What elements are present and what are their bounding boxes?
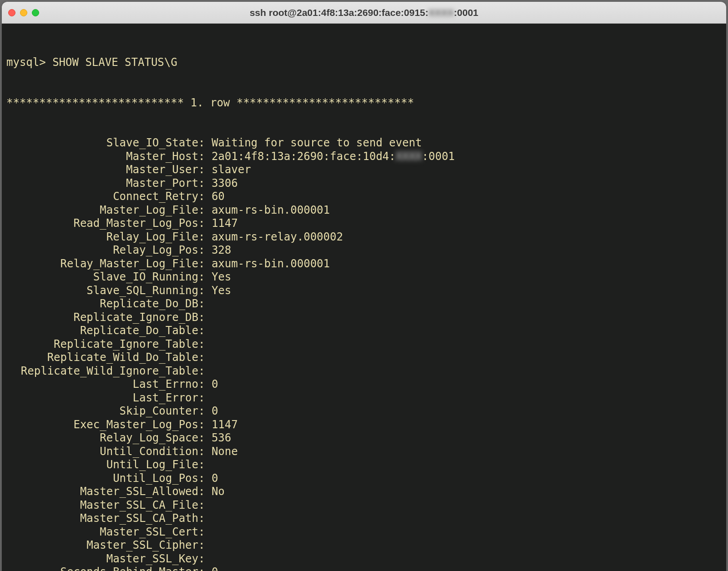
field-key: Last_Error xyxy=(6,391,198,405)
field-value: axum-rs-bin.000001 xyxy=(212,257,330,270)
field-value: 0 xyxy=(212,405,218,417)
separator: : xyxy=(198,526,212,538)
field-value: Yes xyxy=(212,284,231,297)
separator: : xyxy=(198,499,212,511)
separator: : xyxy=(198,405,212,417)
separator: : xyxy=(198,391,212,404)
status-field: Master_SSL_Cipher: xyxy=(6,539,722,552)
field-key: Until_Log_Pos xyxy=(6,472,198,486)
field-key: Master_SSL_CA_File xyxy=(6,499,198,512)
field-key: Seconds_Behind_Master xyxy=(6,566,198,571)
separator: : xyxy=(198,270,212,283)
field-value: 0 xyxy=(212,566,218,571)
field-key: Master_Port xyxy=(6,177,198,190)
titlebar: ssh root@2a01:4f8:13a:2690:face:0915:XXX… xyxy=(2,2,726,24)
maximize-button[interactable] xyxy=(32,9,39,16)
field-key: Master_SSL_Cipher xyxy=(6,539,198,552)
status-field: Slave_SQL_Running: Yes xyxy=(6,284,722,298)
separator: : xyxy=(198,177,212,190)
close-button[interactable] xyxy=(8,9,15,16)
status-field: Master_SSL_CA_Path: xyxy=(6,512,722,526)
status-field: Master_Host: 2a01:4f8:13a:2690:face:10d4… xyxy=(6,150,722,164)
field-value: 536 xyxy=(212,431,231,444)
status-field: Master_Log_File: axum-rs-bin.000001 xyxy=(6,204,722,217)
status-field: Read_Master_Log_Pos: 1147 xyxy=(6,217,722,230)
separator: : xyxy=(198,485,212,498)
field-value: axum-rs-bin.000001 xyxy=(212,204,330,216)
status-field: Replicate_Wild_Do_Table: xyxy=(6,351,722,365)
terminal-body[interactable]: mysql> SHOW SLAVE STATUS\G *************… xyxy=(2,24,726,571)
separator: : xyxy=(198,190,212,203)
field-key: Replicate_Do_DB xyxy=(6,297,198,311)
field-value: None xyxy=(212,445,238,458)
separator: : xyxy=(198,230,212,243)
separator: : xyxy=(198,150,212,163)
separator: : xyxy=(198,539,212,551)
row-header: *************************** 1. row *****… xyxy=(6,96,722,110)
status-field: Until_Log_File: xyxy=(6,458,722,472)
status-field: Relay_Log_File: axum-rs-relay.000002 xyxy=(6,230,722,244)
field-value: Waiting for source to send event xyxy=(212,136,422,149)
separator: : xyxy=(198,351,212,364)
separator: : xyxy=(198,365,212,377)
field-value: slaver xyxy=(212,163,251,176)
separator: : xyxy=(198,445,212,458)
field-key: Master_SSL_Allowed xyxy=(6,485,198,499)
field-key: Master_SSL_Cert xyxy=(6,526,198,539)
terminal-window: ssh root@2a01:4f8:13a:2690:face:0915:XXX… xyxy=(2,2,726,571)
status-field: Replicate_Do_Table: xyxy=(6,324,722,338)
field-value: 60 xyxy=(212,190,225,203)
title-redacted: XXXX xyxy=(429,7,454,18)
status-field: Replicate_Wild_Ignore_Table: xyxy=(6,365,722,378)
field-key: Slave_IO_Running xyxy=(6,270,198,284)
separator: : xyxy=(198,284,212,297)
title-suffix: :0001 xyxy=(454,7,479,18)
traffic-lights xyxy=(8,9,39,16)
status-fields: Slave_IO_State: Waiting for source to se… xyxy=(6,136,722,571)
field-key: Master_User xyxy=(6,163,198,177)
field-key: Last_Errno xyxy=(6,378,198,391)
status-field: Skip_Counter: 0 xyxy=(6,405,722,418)
separator: : xyxy=(198,378,212,391)
separator: : xyxy=(198,244,212,256)
separator: : xyxy=(198,418,212,431)
status-field: Until_Condition: None xyxy=(6,445,722,459)
minimize-button[interactable] xyxy=(20,9,27,16)
status-field: Connect_Retry: 60 xyxy=(6,190,722,204)
status-field: Exec_Master_Log_Pos: 1147 xyxy=(6,418,722,432)
field-key: Until_Condition xyxy=(6,445,198,459)
field-key: Master_Log_File xyxy=(6,204,198,217)
window-title: ssh root@2a01:4f8:13a:2690:face:0915:XXX… xyxy=(2,7,726,18)
title-prefix: ssh root@2a01:4f8:13a:2690:face:0915: xyxy=(250,7,429,18)
field-value: 328 xyxy=(212,244,231,256)
status-field: Master_Port: 3306 xyxy=(6,177,722,190)
status-field: Last_Errno: 0 xyxy=(6,378,722,391)
field-key: Slave_SQL_Running xyxy=(6,284,198,298)
status-field: Slave_IO_Running: Yes xyxy=(6,270,722,284)
field-value: 3306 xyxy=(212,177,238,190)
status-field: Master_SSL_Allowed: No xyxy=(6,485,722,499)
separator: : xyxy=(198,257,212,270)
field-key: Master_SSL_Key xyxy=(6,552,198,566)
field-key: Slave_IO_State xyxy=(6,136,198,150)
field-key: Replicate_Ignore_DB xyxy=(6,311,198,325)
status-field: Last_Error: xyxy=(6,391,722,405)
status-field: Replicate_Ignore_DB: xyxy=(6,311,722,325)
separator: : xyxy=(198,458,212,471)
field-key: Relay_Log_Space xyxy=(6,431,198,445)
field-key: Replicate_Wild_Ignore_Table xyxy=(6,365,198,378)
field-key: Master_Host xyxy=(6,150,198,164)
separator: : xyxy=(198,136,212,149)
status-field: Master_SSL_CA_File: xyxy=(6,499,722,512)
separator: : xyxy=(198,566,212,571)
field-key: Replicate_Wild_Do_Table xyxy=(6,351,198,365)
field-value-prefix: 2a01:4f8:13a:2690:face:10d4: xyxy=(212,150,396,163)
separator: : xyxy=(198,552,212,565)
field-value-redacted: XXXX xyxy=(395,150,422,164)
separator: : xyxy=(198,297,212,310)
field-value: No xyxy=(212,485,225,498)
field-key: Until_Log_File xyxy=(6,458,198,472)
status-field: Seconds_Behind_Master: 0 xyxy=(6,566,722,571)
status-field: Relay_Master_Log_File: axum-rs-bin.00000… xyxy=(6,257,722,271)
field-value: 0 xyxy=(212,472,218,485)
